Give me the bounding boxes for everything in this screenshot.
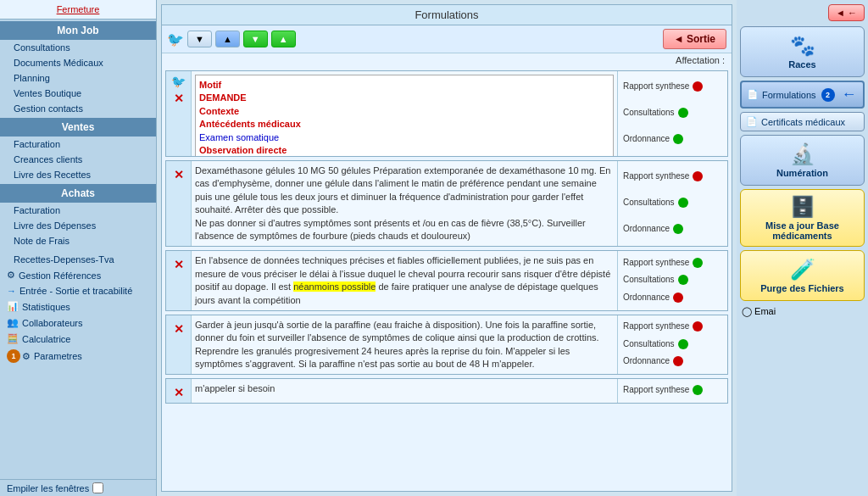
empiler-checkbox[interactable] [92, 482, 103, 493]
row1-line1: Motif [199, 79, 609, 92]
form-row-5-buttons: Rapport synthese [617, 379, 727, 403]
sidebar-item-facturation-achats[interactable]: Facturation [0, 203, 156, 218]
up-green-btn[interactable]: ▲ [271, 31, 296, 47]
row2-consultations-row: Consultations [623, 198, 688, 208]
sidebar-item-gestion-contacts[interactable]: Gestion contacts [0, 101, 156, 116]
form-row-1: 🐦 ✕ Motif DEMANDE Contexte Antécédents m… [165, 70, 728, 157]
up-btn[interactable]: ▲ [215, 31, 240, 47]
row3-consultations-dot [678, 275, 688, 285]
form-row-4: ✕ Garder à jeun jusqu'à sortie de la par… [165, 315, 728, 376]
form-row-3: ✕ En l'absence de données techniques pré… [165, 250, 728, 311]
row3-rapport-row: Rapport synthese [623, 258, 703, 268]
form-row-3-left: ✕ [166, 251, 192, 310]
row5-text: m'appeler si besoin [195, 382, 614, 395]
row3-delete-btn[interactable]: ✕ [174, 258, 184, 271]
row1-rapport-dot [693, 81, 703, 92]
row1-line3: Contexte [199, 105, 609, 118]
certificats-button[interactable]: 📄 Certificats médicaux [740, 112, 865, 131]
sidebar-item-creances[interactable]: Creances clients [0, 152, 156, 167]
sidebar-item-facturation-ventes[interactable]: Facturation [0, 137, 156, 152]
sidebar-item-calculatrice[interactable]: 🧮 Calculatrice [0, 331, 156, 347]
form-row-4-content[interactable]: Garder à jeun jusqu'à sortie de la paraf… [192, 315, 617, 375]
mise-a-jour-label: Mise a jour Base médicaments [746, 220, 859, 241]
formulations-scroll-area[interactable]: 🐦 ✕ Motif DEMANDE Contexte Antécédents m… [162, 67, 732, 491]
form-row-5: ✕ m'appeler si besoin Rapport synthese [165, 378, 728, 404]
down-green-btn[interactable]: ▼ [243, 31, 268, 47]
form-row-2-content[interactable]: Dexaméthasone gélules 10 MG 50 gélules P… [192, 161, 617, 246]
dropdown-btn[interactable]: ▼ [187, 31, 212, 47]
form-row-3-buttons: Rapport synthese Consultations Ordonnanc… [617, 251, 727, 310]
affectation-label: Affectation : [676, 55, 725, 65]
form-row-1-buttons: Rapport synthese Consultations Ordonnanc… [617, 71, 727, 156]
email-row: ◯ Emai [740, 304, 865, 319]
formulations-button[interactable]: 📄 Formulations 2 ← [740, 81, 865, 109]
row1-bird-icon: 🐦 [171, 75, 186, 88]
row4-rapport-dot [693, 321, 703, 332]
numeration-button[interactable]: 🔬 Numération [740, 135, 865, 186]
form-row-4-left: ✕ [166, 315, 192, 375]
sidebar-item-planning[interactable]: Planning [0, 70, 156, 86]
form-row-2-buttons: Rapport synthese Consultations Ordonnanc… [617, 161, 727, 246]
main-area: Formulations 🐦 ▼ ▲ ▼ ▲ ◄ Sortie Affectat… [157, 0, 737, 496]
row4-ordonnance-dot [673, 356, 683, 366]
sidebar-item-statistiques[interactable]: 📊 Statistiques [0, 298, 156, 315]
calc-icon: 🧮 [7, 333, 19, 344]
row1-delete-btn[interactable]: ✕ [174, 92, 184, 105]
sidebar-item-documents-medicaux[interactable]: Documents Médicaux [0, 55, 156, 70]
sidebar-item-consultations[interactable]: Consultations [0, 40, 156, 55]
row2-delete-btn[interactable]: ✕ [174, 168, 184, 181]
row4-text: Garder à jeun jusqu'à sortie de la paraf… [195, 319, 614, 371]
sidebar: Fermeture Mon Job Consultations Document… [0, 0, 157, 496]
row1-ordonnance-row: Ordonnance [623, 134, 683, 144]
form-row-3-content[interactable]: En l'absence de données techniques préci… [192, 251, 617, 310]
sidebar-item-ventes-boutique[interactable]: Ventes Boutique [0, 86, 156, 101]
row1-line4: Antécédents médicaux [199, 118, 609, 131]
row2-rapport-dot [693, 171, 703, 181]
email-label: ◯ Emai [742, 306, 776, 317]
form-row-1-left: 🐦 ✕ [166, 71, 192, 156]
row1-consultations-dot [678, 108, 688, 118]
form-row-2-left: ✕ [166, 161, 192, 246]
form-row-2: ✕ Dexaméthasone gélules 10 MG 50 gélules… [165, 160, 728, 247]
sidebar-item-livre-recettes[interactable]: Livre des Recettes [0, 167, 156, 182]
row2-rapport-row: Rapport synthese [623, 171, 703, 181]
sidebar-item-collaborateurs[interactable]: 👥 Collaborateurs [0, 315, 156, 331]
sortie-button[interactable]: ◄ Sortie [663, 29, 726, 49]
fermeture-link[interactable]: Fermeture [57, 4, 100, 14]
row2-text: Dexaméthasone gélules 10 MG 50 gélules P… [195, 164, 614, 242]
top-right-back-button[interactable]: ◄ ← [828, 4, 865, 21]
bird-icon: 🐦 [167, 31, 184, 47]
form-row-1-content[interactable]: Motif DEMANDE Contexte Antécédents médic… [192, 71, 617, 156]
row5-rapport-dot [693, 385, 703, 395]
races-button[interactable]: 🐾 Races [740, 26, 865, 77]
sidebar-bottom: Empiler les fenêtres [0, 479, 156, 496]
sidebar-item-note-frais[interactable]: Note de Frais [0, 233, 156, 248]
row5-rapport-label: Rapport synthese [623, 385, 689, 394]
param-icon: ⚙ [22, 351, 31, 362]
row1-ordonnance-label: Ordonnance [623, 134, 670, 143]
row2-ordonnance-row: Ordonnance [623, 224, 683, 234]
row4-consultations-dot [678, 339, 688, 349]
row3-rapport-dot [693, 258, 703, 268]
row3-consultations-label: Consultations [623, 275, 675, 284]
form-row-5-content[interactable]: m'appeler si besoin [192, 379, 617, 403]
formulations-panel: Formulations 🐦 ▼ ▲ ▼ ▲ ◄ Sortie Affectat… [161, 4, 732, 492]
sidebar-item-gestion-ref[interactable]: ⚙ Gestion Références [0, 267, 156, 283]
sidebar-item-entree-sortie[interactable]: → Entrée - Sortie et tracabilité [0, 283, 156, 298]
row3-ordonnance-label: Ordonnance [623, 293, 670, 302]
races-label: Races [788, 59, 815, 70]
purge-button[interactable]: 🧪 Purge des Fichiers [740, 250, 865, 301]
mise-a-jour-button[interactable]: 🗄️ Mise a jour Base médicaments [740, 189, 865, 247]
sidebar-item-empiler[interactable]: Empiler les fenêtres [0, 480, 156, 496]
sidebar-item-livre-depenses[interactable]: Livre des Dépenses [0, 218, 156, 233]
sidebar-item-parametres[interactable]: 1 ⚙ Parametres [0, 347, 156, 365]
row4-delete-btn[interactable]: ✕ [174, 322, 184, 336]
row4-consultations-row: Consultations [623, 339, 688, 349]
row4-ordonnance-row: Ordonnance [623, 356, 683, 366]
sidebar-item-recettes-tva[interactable]: Recettes-Depenses-Tva [0, 252, 156, 267]
formulations-badge: 2 [821, 88, 835, 102]
row1-editor-area[interactable]: Motif DEMANDE Contexte Antécédents médic… [195, 75, 614, 156]
formulations-arrow-icon: ← [842, 86, 857, 103]
row5-delete-btn[interactable]: ✕ [174, 386, 184, 399]
row3-ordonnance-row: Ordonnance [623, 293, 683, 303]
